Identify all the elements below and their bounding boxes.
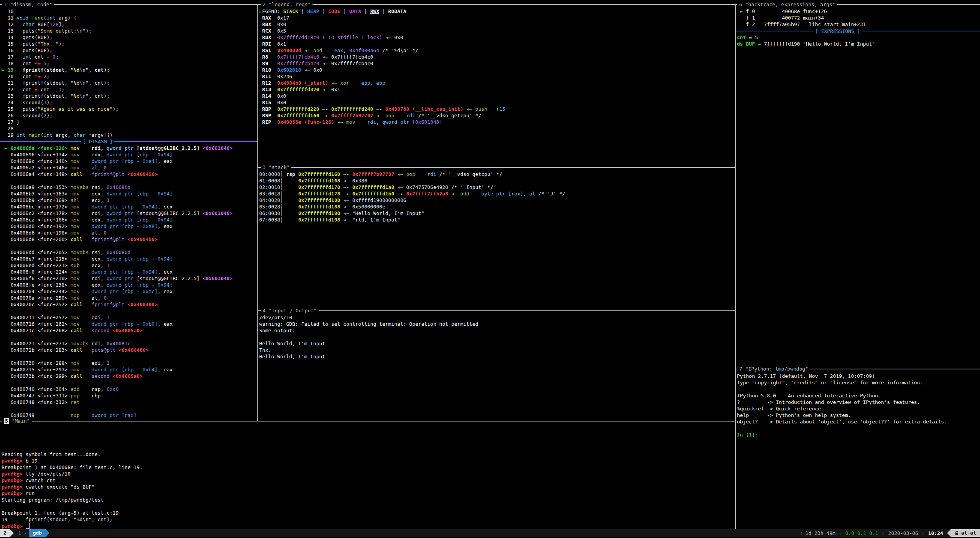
terminal-line [737, 425, 947, 431]
expressions-section-label: [ EXPRESSIONS ] [814, 28, 862, 34]
terminal-line: 0x4006f0 <func+224> mov dword ptr [rbp -… [2, 269, 233, 275]
separator-icon: ‹ [922, 530, 925, 536]
terminal-line: 0x4006ca <func+186> mov edx, dword ptr [… [2, 217, 233, 223]
terminal-line [2, 405, 233, 412]
terminal-line: R9 0x7ffff7fcb4c0 ◂— 0x7ffff7fcb4c0 [259, 60, 505, 67]
pane-border-vertical-right[interactable] [735, 4, 736, 529]
pane-border-io-top[interactable] [257, 310, 736, 311]
terminal-line: 28 [2, 125, 118, 132]
terminal-line [2, 353, 233, 360]
pane-border-stack-top[interactable] [257, 167, 736, 168]
pane-io[interactable]: /dev/pts/10warning: GDB: Failed to set c… [258, 311, 735, 421]
terminal-line: 0x400711 <func+257> mov edi, 3 [2, 314, 233, 321]
terminal-line: 23 fprintf(stdout, "%d\n", cnt); [2, 93, 118, 99]
terminal-line: 0x40071c <func+268> call second <0x4005a… [2, 327, 233, 334]
terminal-line [2, 445, 143, 451]
window-index[interactable]: 1 [18, 530, 21, 536]
uptime: 1d 23h 49m [806, 530, 835, 536]
terminal-line: /dev/pts/10 [259, 314, 478, 321]
window-tab-gdb[interactable]: gdb [29, 529, 45, 537]
terminal-line [2, 425, 143, 431]
terminal-line: 0x4006b9 <func+169> shl ecx, 1 [2, 197, 233, 203]
load-average: 0.0 0.1 0.1 [845, 530, 878, 536]
hostname: at-at [961, 529, 976, 537]
terminal-line: pwndbg> b 19 [2, 458, 143, 464]
terminal-line: R10 0x602010 ◂— 0x0 [259, 67, 505, 73]
terminal-line: 20 cnt *= 2; [2, 73, 118, 80]
terminal-line: LEGEND: STACK | HEAP | CODE | DATA | RWX… [259, 8, 505, 15]
terminal-line: 0x40070c <func+252> call fprintf@plt <0x… [2, 301, 233, 308]
pane-backtrace[interactable]: ► f 0 40068e func+126 f 1 400772 main+34… [736, 0, 980, 369]
terminal-line: 02:0010│ 0x7fffffffd170 —▸ 0x7fffffffd1a… [259, 184, 565, 190]
terminal-line: R13 0x7fffffffd320 ◂— 0x1 [259, 86, 505, 93]
terminal-line: In [1]: [737, 431, 947, 438]
terminal-line: 29 int main(int argc, char *argv[]) [2, 132, 118, 138]
terminal-line: Hello World, I'm Input [259, 353, 478, 360]
terminal-line: help -> Python's own help system. [737, 412, 947, 418]
terminal-line: 06:0030│ 0x7fffffffd190 ◂— "Hello World,… [259, 210, 565, 217]
terminal-line [2, 438, 143, 445]
terminal-line: 0x400740 <func+304> add rsp, 0xc0 [2, 386, 233, 392]
disasm-section-label: [ DISASM ] [81, 138, 114, 145]
backtrace-frames: ► f 0 40068e func+126 f 1 400772 main+34… [737, 8, 866, 28]
terminal-line: object? -> Details about 'object', use '… [737, 418, 947, 425]
terminal-line: f 1 400772 main+34 [737, 15, 866, 21]
terminal-line [259, 334, 478, 340]
terminal-line: RSP 0x7fffffffd160 —▸ 0x7ffff7b97787 ◂— … [259, 112, 505, 119]
pane-title-legend-regs: 2 "legend, regs" [261, 1, 312, 8]
clock: 10:24 [928, 530, 943, 536]
terminal-line: RSI 0x40080d ◂— and eax, 0x4f000a64 /* '… [259, 47, 505, 54]
tmux-status-bar: 2 1 › gdb ↑ 1d 23h 49m ‹ 0.0 0.1 0.1 ‹ 2… [0, 529, 980, 537]
terminal-line: 0x400747 <func+311> pop rbp [2, 392, 233, 399]
terminal-line: ► 0x40068e <func+126> mov rdi, qword ptr… [2, 145, 233, 151]
pane-title-main: 5 "Main" [2, 418, 32, 424]
terminal-line: 16 puts(BUF); [2, 47, 118, 54]
terminal-line: 22 cnt = cnt - 1; [2, 86, 118, 93]
io-output: /dev/pts/10warning: GDB: Failed to set c… [259, 314, 478, 360]
terminal-line: 17 int cnt = 0; [2, 54, 118, 60]
terminal-line: 24 second(3); [2, 99, 118, 106]
terminal-line: 0x400735 <func+293> mov dword ptr [rbp -… [2, 366, 233, 373]
terminal-line: IPython 5.8.0 -- An enhanced Interactive… [737, 392, 947, 399]
gdb-console[interactable]: Reading symbols from test...done.pwndbg>… [2, 425, 143, 529]
terminal-line: 0x4006f6 <func+230> mov rdi, qword ptr [… [2, 275, 233, 282]
terminal-line: 0x4006d0 <func+192> mov dword ptr [rbp -… [2, 223, 233, 230]
terminal-line: ds BUF = 7fffffffd190 "Hello World, I'm … [737, 41, 875, 47]
terminal-line: 0x4006a9 <func+153> movabs rsi, 0x40080d [2, 184, 233, 190]
pane-stack[interactable]: 00:0000│ rsp 0x7fffffffd160 —▸ 0x7ffff7b… [258, 168, 735, 310]
terminal-line [2, 379, 233, 386]
terminal-line: cnt = 5 [737, 34, 875, 41]
terminal-line: R11 0x246 [259, 73, 505, 80]
pane-legend-regs[interactable]: LEGEND: STACK | HEAP | CODE | DATA | RWX… [258, 0, 735, 167]
terminal-line: 0x400721 <func+273> movabs rdi, 0x40083c [2, 340, 233, 347]
powerline-arrow-icon [10, 529, 14, 537]
pane-title-backtrace: 6 "backtrace, expressions, args" [737, 1, 837, 8]
pane-border-vertical-left[interactable] [257, 4, 258, 421]
chevron-right-icon: › [24, 530, 27, 536]
ipython-banner[interactable]: Python 2.7.17 (default, Nov 7 2019, 10:0… [737, 373, 947, 438]
terminal-line: Thx. [259, 347, 478, 353]
terminal-line: 0x400749 nop dword ptr [rax] [2, 412, 233, 418]
terminal-line: RAX 0x17 [259, 15, 505, 21]
terminal-line: RDX 0x7ffff7dd18c0 (_IO_stdfile_1_lock) … [259, 34, 505, 41]
pane-border-main-top[interactable] [0, 421, 736, 422]
pane-ipython[interactable]: Python 2.7.17 (default, Nov 7 2019, 10:0… [736, 369, 980, 529]
terminal-line: RIP 0x40068e (func+126) ◂— mov rdi, qwor… [259, 119, 505, 125]
pane-disasm-code[interactable]: 10 11 void func(int arg) { 12 char BUF[1… [0, 0, 257, 421]
session-badge[interactable]: 2 [0, 529, 10, 537]
pane-main[interactable]: Reading symbols from test...done.pwndbg>… [0, 422, 735, 529]
terminal-line: R8 0x7ffff7fcb4c0 ◂— 0x7ffff7fcb4c0 [259, 54, 505, 60]
terminal-line: 03:0018│ 0x7fffffffd178 —▸ 0x7fffffffd1b… [259, 190, 565, 197]
pane-title-ipython: 7 "IPython: tmp/pwndbg" [737, 366, 810, 372]
date-display: 2020-03-06 [888, 530, 918, 536]
pane-title-disasm-code: 1 "disasm, code" [2, 1, 54, 8]
terminal-line: 07:0038│ 0x7fffffffd198 ◂— "rld, I'm Inp… [259, 217, 565, 223]
terminal-line: 10 [2, 8, 118, 15]
terminal-line: 0x4006d8 <func+200> call fprintf@plt <0x… [2, 236, 233, 243]
terminal-line: 0x400716 <func+262> mov dword ptr [rbp -… [2, 321, 233, 327]
terminal-line: 27 } [2, 119, 118, 125]
powerline-arrow-icon [46, 529, 49, 537]
terminal-line: 11 void func(int arg) { [2, 15, 118, 21]
terminal-line: Breakpoint 1, func (arg=5) at test.c:19 [2, 510, 143, 516]
terminal-line: Hello World, I'm Input [259, 340, 478, 347]
